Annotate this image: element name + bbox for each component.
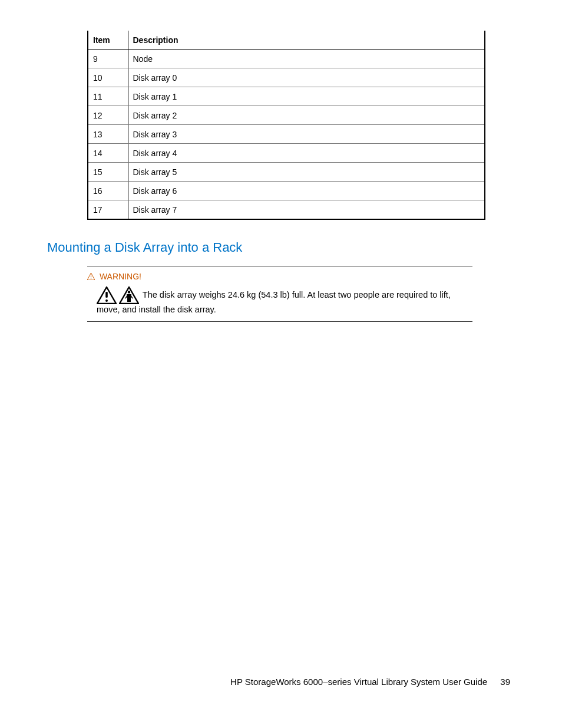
cell-item: 13 — [88, 125, 128, 144]
table-header-row: Item Description — [88, 31, 485, 50]
table-row: 9Node — [88, 50, 485, 68]
cell-item: 16 — [88, 182, 128, 200]
cell-description: Disk array 1 — [128, 87, 485, 106]
col-header-item: Item — [88, 31, 128, 50]
col-header-description: Description — [128, 31, 485, 50]
page-footer: HP StorageWorks 6000–series Virtual Libr… — [230, 677, 510, 687]
warning-label: WARNING! — [100, 272, 141, 281]
cell-description: Disk array 2 — [128, 106, 485, 125]
warning-text: The disk array weighs 24.6 kg (54.3 lb) … — [97, 290, 451, 314]
cell-description: Disk array 6 — [128, 182, 485, 200]
svg-rect-2 — [91, 278, 91, 279]
svg-rect-1 — [91, 275, 91, 278]
cell-description: Disk array 5 — [128, 163, 485, 182]
svg-rect-4 — [105, 292, 108, 298]
cell-item: 11 — [88, 87, 128, 106]
heavy-load-triangle-icon — [119, 293, 139, 302]
table-row: 14Disk array 4 — [88, 144, 485, 163]
table-row: 17Disk array 7 — [88, 200, 485, 220]
table-row: 13Disk array 3 — [88, 125, 485, 144]
cell-item: 9 — [88, 50, 128, 68]
cell-item: 17 — [88, 200, 128, 220]
cell-description: Disk array 7 — [128, 200, 485, 220]
cell-item: 15 — [88, 163, 128, 182]
cell-description: Node — [128, 50, 485, 68]
cell-description: Disk array 0 — [128, 68, 485, 87]
svg-point-7 — [128, 291, 131, 294]
footer-page-number: 39 — [500, 677, 510, 687]
cell-item: 10 — [88, 68, 128, 87]
warning-label-row: WARNING! — [87, 271, 472, 283]
warning-body: The disk array weighs 24.6 kg (54.3 lb) … — [97, 286, 472, 316]
item-description-table: Item Description 9Node10Disk array 011Di… — [87, 31, 485, 220]
cell-item: 14 — [88, 144, 128, 163]
warning-box: WARNING! The — [87, 266, 472, 322]
footer-title: HP StorageWorks 6000–series Virtual Libr… — [230, 677, 487, 687]
cell-description: Disk array 4 — [128, 144, 485, 163]
svg-point-5 — [105, 299, 108, 302]
cell-description: Disk array 3 — [128, 125, 485, 144]
cell-item: 12 — [88, 106, 128, 125]
table-row: 16Disk array 6 — [88, 182, 485, 200]
table-row: 11Disk array 1 — [88, 87, 485, 106]
caution-triangle-icon — [97, 293, 119, 302]
table-row: 15Disk array 5 — [88, 163, 485, 182]
table-row: 12Disk array 2 — [88, 106, 485, 125]
table-row: 10Disk array 0 — [88, 68, 485, 87]
warning-triangle-small-icon — [87, 272, 95, 283]
section-heading: Mounting a Disk Array into a Rack — [47, 240, 489, 255]
